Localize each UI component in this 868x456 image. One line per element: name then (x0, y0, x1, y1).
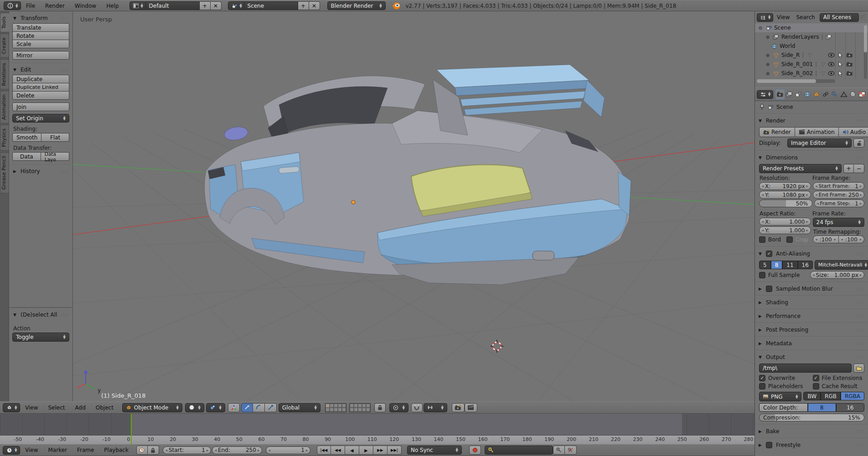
viewport-3d[interactable]: y User Persp (1) Side_R_018 (73, 11, 754, 401)
action-select[interactable]: Toggle (12, 333, 69, 342)
tab-animation[interactable]: Animation (0, 91, 9, 123)
manipulator-rotate-button[interactable] (253, 403, 265, 412)
outliner-row-side-r[interactable]: ⊕ ▽ Side_R | ▽ (755, 51, 868, 60)
mode-bw-button[interactable]: BW (803, 392, 821, 400)
jump-to-end-button[interactable]: ▶▶| (388, 446, 402, 455)
overwrite-checkbox[interactable] (759, 375, 765, 381)
renderability-camera-icon[interactable] (846, 52, 853, 58)
next-keyframe-button[interactable]: ▶▶ (373, 446, 388, 455)
tab-physics[interactable]: Physics (0, 125, 9, 151)
render-audio-button[interactable]: Audio (839, 127, 868, 137)
selectability-cursor-icon[interactable] (838, 71, 843, 77)
aspect-y-field[interactable]: Y:1.000 (759, 226, 811, 234)
tab-render-layers[interactable] (785, 89, 794, 99)
duplicate-linked-button[interactable]: Duplicate Linked (12, 83, 69, 92)
screen-layout-name[interactable]: Default (146, 1, 200, 10)
render-animation-button[interactable]: Animation (795, 127, 839, 137)
bake-panel-header[interactable]: ▶Bake (755, 426, 868, 436)
transform-panel-header[interactable]: ▼Transform (12, 13, 69, 23)
current-frame-field[interactable]: 1 (266, 446, 310, 454)
outliner-vscrollbar[interactable] (864, 25, 867, 79)
motion-blur-panel-header[interactable]: ▶Sampled Motion Blur (755, 284, 868, 294)
scale-button[interactable]: Scale (12, 40, 69, 48)
data-button[interactable]: Data (12, 152, 41, 161)
data-layout-button[interactable]: Data Layo (41, 152, 69, 161)
timeline-view-menu[interactable]: View (20, 447, 43, 453)
timeline-marker-menu[interactable]: Marker (43, 447, 72, 453)
delete-keyframe-button[interactable] (565, 446, 577, 455)
file-browse-button[interactable] (853, 364, 864, 373)
mode-rgba-button[interactable]: RGBA (841, 392, 864, 400)
full-sample-checkbox[interactable] (759, 272, 765, 278)
render-panel-header[interactable]: ▼Render (755, 116, 868, 126)
aa-size-field[interactable]: Size:1.000 px (810, 271, 865, 279)
scene-name[interactable]: Scene (244, 1, 298, 10)
aa-samples-8[interactable]: 8 (771, 261, 783, 269)
tab-tools[interactable]: Tools (0, 13, 9, 32)
tab-render[interactable] (775, 89, 785, 99)
renderability-camera-icon[interactable] (846, 71, 853, 76)
timeline-ruler[interactable]: -50-40-30-20-100102030405060708090100110… (0, 435, 754, 444)
collapse-icon[interactable]: ⊖ (758, 26, 763, 31)
display-select[interactable]: Image Editor (787, 138, 852, 148)
menu-window[interactable]: Window (70, 3, 101, 9)
expand-icon[interactable]: ⊕ (765, 35, 770, 40)
menu-file[interactable]: File (21, 3, 40, 9)
editor-type-selector-3dview[interactable] (3, 403, 20, 412)
frame-step-field[interactable]: Frame Step:1 (814, 200, 865, 207)
close-scene-button[interactable]: ✕ (309, 1, 320, 10)
snap-toggle-button[interactable] (411, 403, 423, 412)
render-presets-select[interactable]: Render Presets (759, 164, 842, 173)
shade-flat-button[interactable]: Flat (41, 133, 69, 142)
post-processing-panel-header[interactable]: ▶Post Processing (755, 325, 868, 335)
outliner-row-side-r-001[interactable]: ⊕ ▽ Side_R_001 | ▽ (755, 60, 868, 69)
editor-type-selector-properties[interactable] (757, 90, 773, 99)
performance-panel-header[interactable]: ▶Performance (755, 311, 868, 321)
dimensions-panel-header[interactable]: ▼Dimensions (755, 153, 868, 163)
start-frame-field[interactable]: Start Frame:1 (813, 182, 865, 190)
sync-mode-select[interactable]: No Sync (407, 446, 462, 455)
visibility-eye-icon[interactable] (828, 53, 835, 57)
editor-type-selector-info[interactable] (4, 1, 21, 10)
resize-grip-icon[interactable] (860, 14, 867, 20)
end-frame-field[interactable]: End Frame:250 (813, 191, 865, 199)
compression-slider[interactable]: Compression:15% (759, 414, 864, 421)
tab-create[interactable]: Create (0, 34, 9, 58)
tab-material[interactable] (848, 89, 858, 99)
aa-samples-5[interactable]: 5 (759, 261, 771, 269)
edit-panel-header[interactable]: ▼Edit (12, 65, 69, 75)
play-reverse-button[interactable]: ◀ (345, 446, 359, 455)
manipulator-scale-button[interactable] (265, 403, 277, 412)
aa-filter-select[interactable]: Mitchell-Netravali (815, 260, 868, 270)
opengl-render-button[interactable] (452, 403, 465, 412)
layer-grid-1[interactable] (325, 403, 346, 412)
shading-panel-header[interactable]: ▶Shading (755, 297, 868, 307)
end-frame-field[interactable]: End:250 (212, 446, 262, 454)
mode-rgb-button[interactable]: RGB (821, 392, 841, 400)
editor-type-selector-timeline[interactable] (3, 446, 20, 455)
viewport-shading-select[interactable] (185, 403, 204, 412)
current-frame-line[interactable] (131, 414, 132, 444)
lock-time-button[interactable] (148, 446, 159, 455)
tab-grease-pencil[interactable]: Grease Pencil (0, 152, 9, 193)
selectability-cursor-icon[interactable] (838, 61, 843, 67)
layer-buttons[interactable] (325, 403, 371, 412)
car-model[interactable] (205, 65, 631, 285)
history-panel-header[interactable]: ▶History (12, 166, 69, 176)
add-scene-button[interactable]: + (298, 1, 309, 10)
join-button[interactable]: Join (12, 102, 69, 111)
aa-samples-16[interactable]: 16 (798, 261, 813, 269)
layer-grid-2[interactable] (349, 403, 371, 412)
rotate-button[interactable]: Rotate (12, 31, 69, 40)
metadata-panel-header[interactable]: ▶Metadata (755, 338, 868, 348)
freestyle-checkbox[interactable] (766, 442, 772, 448)
timeline-editor[interactable]: -50-40-30-20-100102030405060708090100110… (0, 414, 754, 444)
preview-range-button[interactable] (136, 446, 148, 455)
expand-icon[interactable]: ⊕ (765, 71, 770, 76)
outliner-view-menu[interactable]: View (773, 14, 793, 20)
renderability-camera-icon[interactable] (846, 61, 853, 67)
anti-aliasing-checkbox[interactable] (766, 251, 772, 257)
motion-blur-checkbox[interactable] (766, 286, 772, 292)
outliner-row-renderlayers[interactable]: ⊕ RenderLayers | (755, 32, 868, 41)
preset-remove-button[interactable]: − (854, 164, 864, 173)
